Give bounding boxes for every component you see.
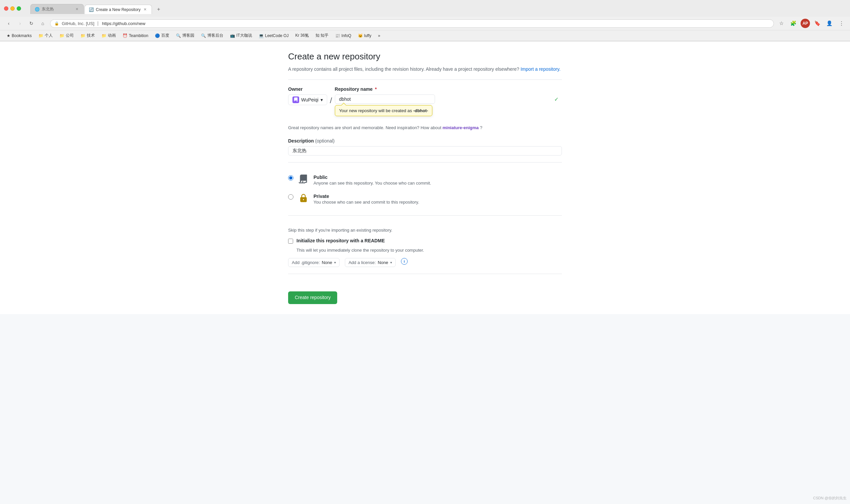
license-dropdown[interactable]: Add a license: None ▾ [345, 258, 396, 267]
tooltip-text: Your new repository will be created as [339, 108, 412, 113]
leetcode-icon: 💻 [259, 33, 264, 38]
bookmark-36kr[interactable]: Kr 36氪 [292, 32, 311, 39]
readme-checkbox-row: Initialize this repository with a README [288, 238, 562, 244]
menu-icon[interactable]: ⋮ [837, 19, 846, 28]
forward-button[interactable]: › [15, 19, 25, 28]
url-bar[interactable]: 🔒 GitHub, Inc. [US] │ https://github.com… [50, 19, 774, 28]
maximize-button[interactable] [17, 6, 21, 11]
send-icon[interactable]: 🔖 [813, 19, 822, 28]
bookmark-personal[interactable]: 📁 个人 [36, 32, 55, 39]
home-button[interactable]: ⌂ [38, 19, 48, 28]
user-icon[interactable]: 👤 [825, 19, 834, 28]
url-path: https://github.com/new [102, 21, 145, 26]
tab-donbei[interactable]: 🌐 东北热 ✕ [30, 4, 84, 14]
bookmark-blog[interactable]: 🔍 博客园 [173, 32, 197, 39]
bookmark-github-label: 🐱 luffy [358, 33, 371, 38]
description-input[interactable] [288, 146, 562, 156]
tab-title-create-repo: Create a New Repository [96, 7, 141, 12]
bookmark-company[interactable]: 📁 公司 [57, 32, 76, 39]
readme-checkbox-text: Initialize this repository with a README [296, 238, 385, 243]
blog-icon: 🔍 [176, 33, 181, 38]
address-bar: ‹ › ↻ ⌂ 🔒 GitHub, Inc. [US] │ https://gi… [0, 17, 850, 30]
bookmark-leetcode[interactable]: 💻 LeetCode OJ [256, 32, 291, 39]
browser-chrome: 🌐 东北热 ✕ 🔄 Create a New Repository ✕ + ‹ … [0, 0, 850, 41]
public-desc: Anyone can see this repository. You choo… [313, 181, 431, 185]
bookmark-blog-admin-label: 博客后台 [207, 33, 223, 38]
baidu-icon: 🔵 [155, 33, 160, 38]
private-option[interactable]: Private You choose who can see and commi… [288, 190, 562, 209]
tab-close-donbei[interactable]: ✕ [74, 7, 79, 12]
bookmark-zhihu[interactable]: 知 知乎 [313, 32, 331, 39]
bookmark-tech[interactable]: 📁 技术 [78, 32, 97, 39]
page-title: Create a new repository [288, 51, 562, 62]
repo-identity: Owner WuPeiqi ▾ / Repository name * [288, 87, 562, 105]
public-option[interactable]: Public Anyone can see this repository. Y… [288, 170, 562, 190]
back-button[interactable]: ‹ [4, 19, 13, 28]
name-suggestion: Great repository names are short and mem… [288, 125, 562, 130]
import-link[interactable]: Import a repository. [521, 67, 561, 72]
create-repository-button[interactable]: Create repository [288, 291, 337, 304]
readme-desc: This will let you immediately clone the … [296, 248, 562, 253]
suggestion-repo-name: miniature-enigma [442, 125, 478, 130]
bookmark-teambition[interactable]: ⏰ Teambition [120, 32, 151, 39]
license-arrow-icon: ▾ [390, 261, 392, 264]
visibility-section: Public Anyone can see this repository. Y… [288, 170, 562, 209]
description-optional: (optional) [315, 138, 334, 144]
bookmark-baidu[interactable]: 🔵 百度 [152, 32, 172, 39]
new-tab-button[interactable]: + [154, 5, 163, 14]
reload-button[interactable]: ↻ [27, 19, 36, 28]
url-site: GitHub, Inc. [US] [62, 21, 94, 26]
repo-name-field-group: Repository name * ✓ Your new repository … [335, 87, 562, 104]
bookmark-animation-label: 动画 [108, 33, 116, 38]
slash-divider: / [327, 96, 335, 105]
public-title: Public [313, 175, 431, 180]
bookmark-animation[interactable]: 📁 动画 [99, 32, 119, 39]
license-info-icon[interactable]: i [401, 258, 408, 265]
readme-checkbox[interactable] [288, 239, 293, 244]
tab-close-create-repo[interactable]: ✕ [143, 7, 148, 12]
folder-icon-3: 📁 [80, 33, 86, 38]
private-icon [297, 192, 309, 204]
tab-create-repo[interactable]: 🔄 Create a New Repository ✕ [85, 5, 152, 14]
private-radio[interactable] [288, 194, 293, 200]
bookmark-more-label: » [378, 33, 380, 38]
public-radio[interactable] [288, 175, 293, 181]
description-label: Description (optional) [288, 138, 562, 144]
owner-select[interactable]: WuPeiqi ▾ [288, 94, 327, 105]
bookmark-bookmarks[interactable]: ★ Bookmarks [4, 32, 34, 39]
repo-name-input[interactable] [335, 94, 435, 104]
extensions-icon[interactable]: 🧩 [789, 19, 798, 28]
owner-dropdown-arrow: ▾ [321, 97, 323, 103]
blog-admin-icon: 🔍 [201, 33, 206, 38]
section-divider-visibility [288, 162, 562, 163]
section-divider-top [288, 79, 562, 80]
bookmark-infoq-label: 📰 InfoQ [335, 33, 351, 38]
lock-icon: 🔒 [54, 21, 59, 26]
bookmark-label: Bookmarks [12, 33, 32, 38]
gitignore-label: Add .gitignore: [292, 260, 320, 265]
close-button[interactable] [4, 6, 8, 11]
description-section: Description (optional) [288, 138, 562, 156]
public-icon [297, 173, 309, 185]
bookmark-more[interactable]: » [375, 32, 383, 39]
private-text: Private You choose who can see and commi… [313, 194, 419, 204]
folder-icon-2: 📁 [59, 33, 65, 38]
private-desc: You choose who can see and commit to thi… [313, 200, 419, 204]
owner-name: WuPeiqi [301, 97, 319, 103]
owner-avatar [292, 96, 299, 103]
profile-avatar[interactable]: AP [800, 19, 810, 28]
bookmark-it[interactable]: 📺 IT大咖说 [227, 32, 255, 39]
bookmark-github[interactable]: 🐱 luffy [355, 32, 374, 39]
gitignore-arrow-icon: ▾ [334, 261, 336, 264]
bookmark-infoq[interactable]: 📰 InfoQ [332, 32, 354, 39]
gitignore-dropdown[interactable]: Add .gitignore: None ▾ [288, 258, 340, 267]
description-text: A repository contains all project files,… [288, 67, 519, 72]
license-value: None [378, 260, 388, 265]
tooltip-wrapper: ✓ Your new repository will be created as… [335, 94, 562, 104]
suggestion-suffix: ? [480, 125, 482, 130]
minimize-button[interactable] [10, 6, 15, 11]
required-indicator: * [375, 87, 377, 92]
bookmark-blog-admin[interactable]: 🔍 博客后台 [198, 32, 226, 39]
bookmark-star-icon[interactable]: ☆ [777, 19, 786, 28]
traffic-lights [4, 6, 21, 11]
